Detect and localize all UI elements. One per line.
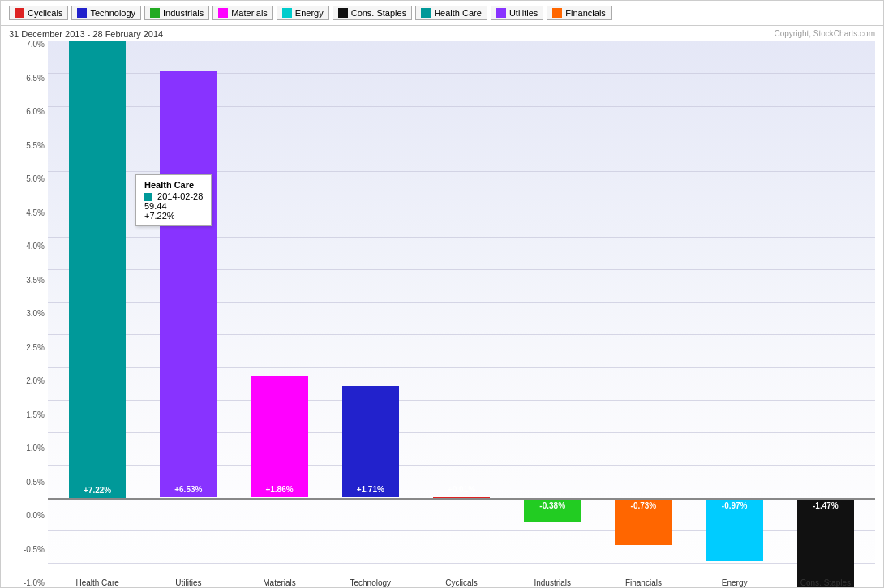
tooltip-change: +7.22% <box>144 211 203 221</box>
x-axis-label: Industrials <box>534 578 571 587</box>
bar[interactable]: -0.73% <box>615 498 672 546</box>
legend-color-swatch <box>421 8 431 18</box>
bar-group-financials: -0.73%Financials <box>598 41 689 563</box>
y-axis-label: -0.5% <box>24 546 45 554</box>
legend-label: Cons. Staples <box>351 8 406 18</box>
bar-group-energy: -0.97%Energy <box>689 41 780 563</box>
chart-header: 31 December 2013 - 28 February 2014 Copy… <box>1 26 883 41</box>
legend-label: Technology <box>90 8 135 18</box>
bar[interactable]: +6.53% <box>160 71 217 498</box>
tooltip: Health Care 2014-02-28 59.44 +7.22% <box>135 174 212 226</box>
x-axis-label: Materials <box>263 578 296 587</box>
legend-label: Energy <box>295 8 324 18</box>
bar-value-label: -1.47% <box>797 501 854 510</box>
y-axis-label: 3.0% <box>26 310 45 318</box>
tooltip-value: 59.44 <box>144 201 203 211</box>
x-axis-label: Cons. Staples <box>800 578 851 587</box>
bar[interactable]: +1.71% <box>342 386 399 498</box>
x-axis-label: Cyclicals <box>445 578 477 587</box>
legend-label: Health Care <box>434 8 482 18</box>
x-axis-label: Energy <box>722 578 748 587</box>
legend-item-materials[interactable]: Materials <box>212 6 273 20</box>
legend-color-swatch <box>552 8 562 18</box>
legend-color-swatch <box>150 8 160 18</box>
legend-item-industrials[interactable]: Industrials <box>144 6 209 20</box>
bar-value-label: -0.73% <box>615 501 672 510</box>
legend-color-swatch <box>77 8 87 18</box>
bar-group-health-care: +7.22%Health Care <box>52 41 143 563</box>
legend-item-cons-staples[interactable]: Cons. Staples <box>333 6 412 20</box>
legend-item-financials[interactable]: Financials <box>547 6 612 20</box>
chart-area: 7.0%6.5%6.0%5.5%5.0%4.5%4.0%3.5%3.0%2.5%… <box>1 41 883 587</box>
x-axis-label: Health Care <box>75 578 118 587</box>
bar-group-cons-staples: -1.47%Cons. Staples <box>780 41 871 563</box>
x-axis-label: Utilities <box>175 578 201 587</box>
bar-group-cyclicals: +0.01%Cyclicals <box>416 41 507 563</box>
legend-item-cyclicals[interactable]: Cyclicals <box>9 6 68 20</box>
bar[interactable]: +7.22% <box>69 41 126 498</box>
zero-line <box>48 498 875 500</box>
legend: CyclicalsTechnologyIndustrialsMaterialsE… <box>1 1 883 26</box>
y-axis-label: 3.5% <box>26 277 45 285</box>
y-axis-label: 1.0% <box>26 444 45 453</box>
y-axis-label: 4.5% <box>26 209 45 217</box>
y-axis-label: 4.0% <box>26 242 45 251</box>
bar-value-label: -0.38% <box>524 501 581 510</box>
y-axis-label: 2.0% <box>26 377 45 385</box>
bar-value-label: +0.01% <box>433 485 490 494</box>
legend-label: Industrials <box>163 8 204 18</box>
legend-item-utilities[interactable]: Utilities <box>491 6 543 20</box>
bar[interactable]: -1.47% <box>797 498 854 588</box>
chart-wrapper: CyclicalsTechnologyIndustrialsMaterialsE… <box>0 0 884 588</box>
tooltip-title: Health Care <box>144 180 203 190</box>
legend-label: Financials <box>565 8 606 18</box>
date-range: 31 December 2013 - 28 February 2014 <box>9 29 163 39</box>
legend-color-swatch <box>338 8 348 18</box>
legend-item-energy[interactable]: Energy <box>277 6 329 20</box>
bar-value-label: +7.22% <box>69 486 126 495</box>
bar-value-label: +1.71% <box>342 485 399 494</box>
legend-color-swatch <box>15 8 24 18</box>
y-axis-label: 0.0% <box>26 512 45 520</box>
legend-color-swatch <box>282 8 292 18</box>
legend-item-technology[interactable]: Technology <box>71 6 141 20</box>
bar-value-label: +6.53% <box>160 485 217 494</box>
x-axis-label: Financials <box>625 578 662 587</box>
bar-value-label: +1.86% <box>251 485 308 494</box>
legend-color-swatch <box>496 8 506 18</box>
legend-label: Utilities <box>509 8 538 18</box>
tooltip-color-swatch <box>144 193 152 201</box>
bar-group-utilities: +6.53%Utilities <box>143 41 234 563</box>
bar-group-technology: +1.71%Technology <box>325 41 416 563</box>
y-axis: 7.0%6.5%6.0%5.5%5.0%4.5%4.0%3.5%3.0%2.5%… <box>9 41 48 587</box>
bar[interactable]: -0.97% <box>706 498 763 561</box>
tooltip-date: 2014-02-28 <box>144 191 203 201</box>
grid-line <box>48 563 875 564</box>
copyright: Copyright, StockCharts.com <box>775 29 876 39</box>
bar[interactable]: -0.38% <box>524 498 581 523</box>
y-axis-label: 1.5% <box>26 411 45 419</box>
bar-value-label: -0.97% <box>706 501 763 510</box>
bar-group-materials: +1.86%Materials <box>234 41 324 563</box>
y-axis-label: 6.5% <box>26 75 45 83</box>
y-axis-label: 5.5% <box>26 142 45 150</box>
y-axis-label: 6.0% <box>26 108 45 116</box>
tooltip-date-value: 2014-02-28 <box>157 191 203 201</box>
y-axis-label: 0.5% <box>26 479 45 487</box>
y-axis-label: 5.0% <box>26 175 45 183</box>
bar[interactable]: +1.86% <box>251 376 308 498</box>
legend-item-health-care[interactable]: Health Care <box>415 6 487 20</box>
y-axis-label: 2.5% <box>26 344 45 352</box>
bar-group-industrials: -0.38%Industrials <box>507 41 598 563</box>
y-axis-label: 7.0% <box>26 41 45 49</box>
y-axis-label: -1.0% <box>24 579 45 587</box>
legend-label: Materials <box>231 8 268 18</box>
legend-color-swatch <box>218 8 228 18</box>
plot-area: Health Care 2014-02-28 59.44 +7.22% +7.2… <box>48 41 875 587</box>
x-axis-label: Technology <box>350 578 391 587</box>
legend-label: Cyclicals <box>28 8 62 18</box>
bars-container: +7.22%Health Care+6.53%Utilities+1.86%Ma… <box>48 41 875 563</box>
